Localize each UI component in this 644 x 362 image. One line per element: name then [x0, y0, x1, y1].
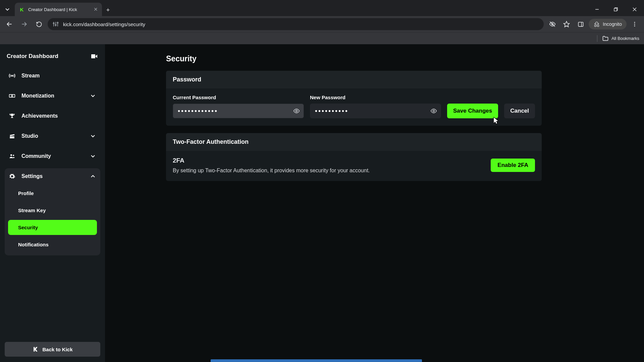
trophy-icon: [9, 113, 15, 119]
bookmark-star-icon[interactable]: [560, 18, 573, 30]
tfa-description: By setting up Two-Factor Authentication,…: [173, 168, 370, 174]
svg-point-9: [53, 23, 54, 24]
enable-2fa-button[interactable]: Enable 2FA: [491, 159, 535, 172]
nav-reload-button[interactable]: [33, 18, 45, 30]
sidebar-item-studio[interactable]: Studio: [5, 128, 100, 144]
main-content: Security Password Current Password: [105, 44, 644, 362]
url-text: kick.com/dashboard/settings/security: [63, 21, 145, 27]
svg-point-10: [55, 24, 56, 25]
all-bookmarks-button[interactable]: All Bookmarks: [602, 35, 639, 42]
svg-rect-1: [614, 8, 617, 11]
svg-marker-21: [96, 55, 97, 58]
svg-point-22: [11, 75, 12, 76]
subnav-label: Profile: [18, 190, 34, 196]
subnav-label: Security: [18, 225, 38, 230]
incognito-indicator[interactable]: Incognito: [589, 19, 627, 29]
subnav-profile[interactable]: Profile: [8, 186, 97, 201]
window-maximize-button[interactable]: [606, 3, 625, 16]
sidebar-item-label: Monetization: [21, 93, 54, 99]
svg-point-11: [57, 22, 58, 23]
new-password-label: New Password: [310, 95, 441, 100]
svg-point-26: [13, 155, 14, 156]
sidebar-title: Creator Dashboard: [7, 53, 58, 60]
back-button-label: Back to Kick: [42, 347, 72, 352]
bookmarks-bar: All Bookmarks: [0, 32, 644, 44]
subnav-stream-key[interactable]: Stream Key: [8, 203, 97, 218]
svg-marker-14: [564, 21, 570, 27]
tfa-heading: 2FA: [173, 157, 370, 164]
sidebar-item-label: Settings: [21, 173, 43, 179]
nav-back-button[interactable]: [3, 18, 15, 30]
kick-favicon-icon: K: [19, 6, 25, 12]
app-root: Creator Dashboard Stream Monetization Ac…: [0, 44, 644, 362]
window-minimize-button[interactable]: [588, 3, 606, 16]
address-bar[interactable]: kick.com/dashboard/settings/security: [48, 18, 544, 30]
window-close-button[interactable]: [625, 3, 644, 16]
gear-icon: [9, 173, 15, 180]
sidebar-item-label: Achievements: [21, 113, 58, 119]
chevron-down-icon: [90, 93, 96, 99]
browser-menu-button[interactable]: [629, 18, 641, 30]
save-changes-button[interactable]: Save Changes: [447, 104, 498, 118]
new-password-input[interactable]: [310, 104, 441, 118]
password-section-title: Password: [166, 71, 542, 88]
svg-point-19: [634, 25, 635, 26]
close-tab-icon[interactable]: ✕: [94, 6, 98, 12]
nav-forward-button[interactable]: [18, 18, 30, 30]
svg-rect-20: [91, 54, 95, 58]
site-settings-icon[interactable]: [52, 21, 59, 27]
all-bookmarks-label: All Bookmarks: [611, 36, 639, 41]
folder-icon: [602, 35, 609, 42]
svg-rect-15: [578, 22, 583, 26]
side-panel-icon[interactable]: [575, 18, 587, 30]
sidebar-item-monetization[interactable]: Monetization: [5, 88, 100, 104]
back-to-kick-button[interactable]: Back to Kick: [5, 342, 100, 357]
sidebar-item-stream[interactable]: Stream: [5, 68, 100, 84]
svg-point-18: [634, 24, 635, 25]
tab-search-dropdown[interactable]: [0, 3, 15, 16]
chevron-down-icon: [4, 6, 11, 13]
subnav-notifications[interactable]: Notifications: [8, 237, 97, 252]
broadcast-icon: [9, 72, 15, 79]
settings-subnav: Profile Stream Key Security Notification…: [5, 184, 100, 255]
svg-point-24: [11, 95, 13, 97]
taskbar-sliver: [211, 359, 422, 362]
subnav-label: Stream Key: [18, 207, 46, 213]
password-card: Password Current Password New Password: [166, 71, 542, 126]
new-tab-button[interactable]: +: [102, 4, 114, 16]
cash-icon: [9, 93, 15, 99]
incognito-label: Incognito: [603, 21, 622, 27]
sidebar-item-settings[interactable]: Settings: [5, 168, 100, 184]
sidebar-item-community[interactable]: Community: [5, 148, 100, 164]
browser-toolbar: kick.com/dashboard/settings/security Inc…: [0, 16, 644, 32]
subnav-label: Notifications: [18, 242, 49, 247]
chevron-up-icon: [90, 173, 96, 180]
sidebar: Creator Dashboard Stream Monetization Ac…: [0, 44, 105, 362]
eye-icon[interactable]: [293, 108, 300, 114]
current-password-input[interactable]: [173, 104, 304, 118]
sidebar-item-achievements[interactable]: Achievements: [5, 108, 100, 124]
subnav-security[interactable]: Security: [8, 220, 97, 235]
sidebar-item-label: Stream: [21, 73, 40, 79]
svg-point-17: [634, 22, 635, 23]
kick-logo-icon: [32, 346, 39, 353]
eye-icon[interactable]: [430, 108, 437, 114]
incognito-icon: [593, 21, 600, 27]
browser-titlebar: K Creator Dashboard | Kick ✕ +: [0, 0, 644, 16]
cancel-button[interactable]: Cancel: [504, 104, 535, 118]
chevron-down-icon: [90, 133, 96, 139]
sidebar-item-label: Studio: [21, 133, 38, 139]
collapse-sidebar-icon[interactable]: [90, 52, 98, 60]
divider: [597, 35, 597, 42]
two-factor-card: Two-Factor Authentication 2FA By setting…: [166, 133, 542, 181]
clapper-icon: [9, 133, 15, 139]
svg-point-27: [296, 110, 298, 112]
browser-tab[interactable]: K Creator Dashboard | Kick ✕: [15, 3, 102, 16]
tab-title: Creator Dashboard | Kick: [28, 7, 77, 12]
eye-off-icon[interactable]: [546, 18, 558, 30]
svg-point-28: [433, 110, 435, 112]
sidebar-item-label: Community: [21, 153, 51, 159]
people-icon: [9, 153, 15, 160]
chevron-down-icon: [90, 153, 96, 160]
tfa-section-title: Two-Factor Authentication: [166, 133, 542, 151]
